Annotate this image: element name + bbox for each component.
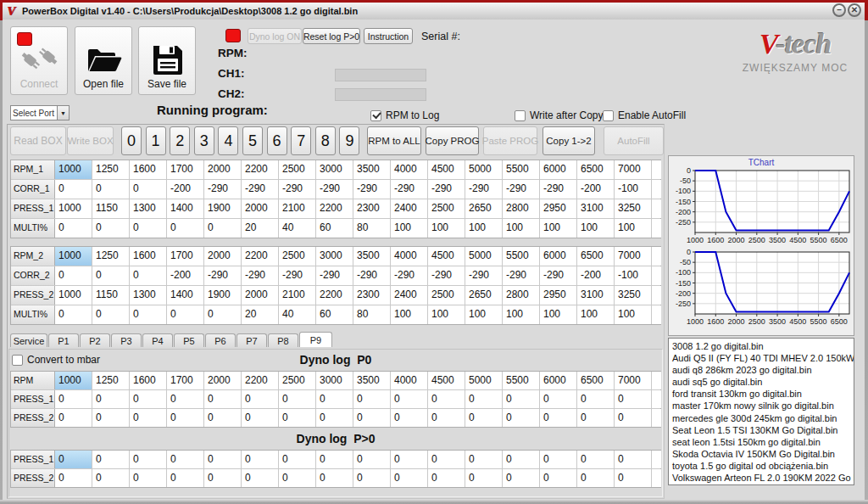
table-cell[interactable]: 4500 [428, 247, 465, 266]
table-cell[interactable]: 2500 [279, 372, 316, 389]
write-box-button[interactable]: Write BOX [67, 126, 114, 155]
file-list-item[interactable]: ford transit 130km go digital.bin [672, 388, 854, 400]
table-cell[interactable]: 0 [204, 219, 242, 238]
table-cell[interactable]: 2200 [242, 247, 279, 266]
table-cell[interactable]: 1700 [167, 372, 204, 389]
table-cell[interactable]: -290 [503, 180, 540, 199]
table-cell[interactable]: 0 [204, 409, 242, 427]
table-cell[interactable]: -290 [242, 180, 279, 199]
program-button-4[interactable]: 4 [218, 126, 238, 155]
table-cell[interactable]: 2500 [428, 199, 465, 218]
table-cell[interactable]: 4500 [428, 372, 465, 389]
table-cell[interactable]: -290 [428, 266, 465, 285]
table-cell[interactable]: 0 [92, 305, 130, 324]
table-cell[interactable]: 2200 [316, 286, 353, 305]
table-cell[interactable]: 2400 [391, 286, 428, 305]
table-cell[interactable]: 0 [316, 390, 353, 408]
enable-autofill-checkbox[interactable]: Enable AutoFill [603, 109, 686, 121]
table-cell[interactable]: 3100 [577, 199, 615, 218]
table-cell[interactable]: 3500 [353, 160, 391, 179]
table-cell[interactable]: 2000 [242, 199, 279, 218]
table-cell[interactable]: 100 [503, 219, 540, 238]
table-cell[interactable]: 1250 [92, 160, 130, 179]
program-button-0[interactable]: 0 [121, 126, 142, 155]
table-cell[interactable]: 7000 [615, 372, 652, 389]
minimize-button[interactable]: – [832, 3, 846, 17]
write-after-copy-checkbox[interactable]: Write after Copy [515, 109, 603, 121]
table-cell[interactable]: 1700 [167, 247, 204, 266]
table-cell[interactable]: 0 [428, 390, 465, 408]
table-cell[interactable]: 0 [615, 390, 652, 408]
table-cell[interactable]: 5000 [465, 372, 503, 389]
table-cell[interactable]: 0 [353, 469, 391, 487]
table-cell[interactable]: 0 [167, 305, 204, 324]
table-cell[interactable]: 20 [242, 305, 279, 324]
table-cell[interactable]: 20 [242, 219, 279, 238]
file-list-item[interactable]: Skoda Octavia IV 150KM Go Digital.bin [672, 448, 854, 460]
table-cell[interactable]: 2300 [353, 286, 391, 305]
table-cell[interactable]: 6000 [540, 247, 577, 266]
table-cell[interactable]: -290 [279, 180, 316, 199]
table-cell[interactable]: -290 [204, 180, 242, 199]
table-cell[interactable]: 3000 [316, 160, 353, 179]
read-box-button[interactable]: Read BOX [10, 126, 66, 155]
table-cell[interactable]: 5500 [503, 372, 540, 389]
table-cell[interactable]: 0 [391, 469, 428, 487]
table-cell[interactable]: 100 [465, 219, 503, 238]
table-cell[interactable]: 0 [465, 469, 503, 487]
table-cell[interactable]: 0 [92, 451, 130, 468]
table-cell[interactable]: 0 [353, 409, 391, 427]
table-cell[interactable]: 1600 [130, 247, 167, 266]
table-cell[interactable]: 0 [540, 409, 577, 427]
table-cell[interactable]: 4500 [428, 160, 465, 179]
table-cell[interactable]: -100 [615, 180, 652, 199]
table-cell[interactable]: 0 [428, 451, 465, 468]
table-cell[interactable]: 0 [130, 266, 167, 285]
program-button-1[interactable]: 1 [146, 126, 166, 155]
table-cell[interactable]: 2000 [204, 372, 242, 389]
table-cell[interactable]: 1000 [55, 199, 92, 218]
table-cell[interactable]: 1000 [55, 372, 92, 389]
table-cell[interactable]: 1600 [130, 372, 167, 389]
table-cell[interactable]: 0 [279, 451, 316, 468]
table-cell[interactable]: 0 [55, 469, 92, 487]
file-list-item[interactable]: audi q8 286km 2023 go digital.bin [672, 364, 854, 376]
table-cell[interactable]: 100 [391, 219, 428, 238]
table-cell[interactable]: 0 [167, 451, 204, 468]
table-cell[interactable]: 1150 [92, 199, 130, 218]
table-cell[interactable]: 0 [391, 390, 428, 408]
table-cell[interactable]: -290 [465, 266, 503, 285]
table-cell[interactable]: 6000 [540, 160, 577, 179]
tab-p8[interactable]: P8 [268, 333, 298, 347]
table-cell[interactable]: 0 [92, 180, 130, 199]
table-cell[interactable]: 0 [55, 180, 92, 199]
rpm-to-log-checkbox[interactable]: RPM to Log [370, 109, 439, 121]
table-cell[interactable]: 100 [503, 305, 540, 324]
table-cell[interactable]: 0 [577, 390, 615, 408]
program-button-5[interactable]: 5 [242, 126, 263, 155]
table-cell[interactable]: 3000 [316, 372, 353, 389]
table-cell[interactable]: 5000 [465, 247, 503, 266]
table-cell[interactable]: -290 [540, 266, 577, 285]
table-cell[interactable]: 0 [242, 390, 279, 408]
table-cell[interactable]: 100 [391, 305, 428, 324]
table-cell[interactable]: -290 [503, 266, 540, 285]
table-cell[interactable]: 0 [316, 451, 353, 468]
table-cell[interactable]: 1000 [55, 286, 92, 305]
table-cell[interactable]: 1000 [55, 160, 92, 179]
table-cell[interactable]: 0 [55, 305, 92, 324]
autofill-button[interactable]: AutoFill [604, 126, 664, 155]
file-list-item[interactable]: master 170km nowy silnik go digital.bin [672, 400, 854, 412]
table-cell[interactable]: 0 [503, 390, 540, 408]
table-cell[interactable]: 0 [353, 390, 391, 408]
table-cell[interactable]: 1600 [130, 160, 167, 179]
tab-p3[interactable]: P3 [111, 333, 142, 347]
table-cell[interactable]: 2100 [279, 199, 316, 218]
table-cell[interactable]: 4000 [391, 247, 428, 266]
file-list-item[interactable]: toyota 1.5 go digital od obciążenia.bin [672, 460, 854, 472]
tab-p1[interactable]: P1 [48, 333, 79, 347]
table-cell[interactable]: -290 [316, 266, 353, 285]
table-cell[interactable]: 3000 [316, 247, 353, 266]
table-cell[interactable]: 0 [577, 469, 615, 487]
table-cell[interactable]: 5500 [503, 160, 540, 179]
